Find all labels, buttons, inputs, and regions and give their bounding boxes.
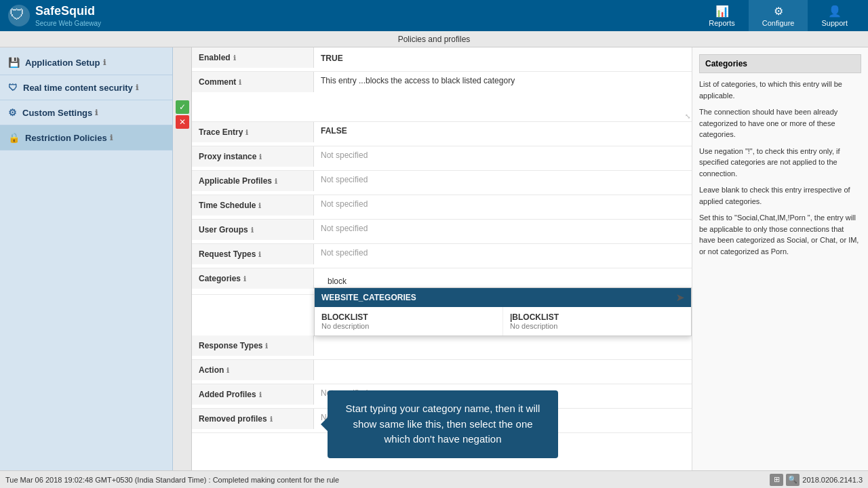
main-layout: 💾 Application Setup ℹ 🛡 Real time conten… — [0, 47, 868, 470]
sidebar: 💾 Application Setup ℹ 🛡 Real time conten… — [0, 47, 173, 470]
dropdown-item-1-rest: LIST — [541, 312, 559, 322]
nav-support-label: Support — [821, 19, 848, 27]
realtime-icon: 🛡 — [8, 82, 18, 93]
proxy-label: Proxy instance ℹ — [192, 146, 314, 167]
comment-row: Comment ℹ This entry ...blocks the acces… — [192, 72, 692, 122]
dropdown-item-1[interactable]: |BLOCKLIST No description — [503, 307, 691, 336]
dropdown-item-0-desc: No description — [321, 322, 496, 330]
proxy-value: Not specified — [314, 146, 692, 164]
tooltip-bubble: Start typing your category name, then it… — [328, 390, 558, 458]
sidebar-item-restriction[interactable]: 🔒 Restriction Policies ℹ — [0, 125, 172, 150]
added-profiles-label: Added Profiles ℹ — [192, 384, 314, 405]
comment-label: Comment ℹ — [192, 72, 314, 92]
enabled-label: Enabled ℹ — [192, 47, 314, 68]
sidebar-item-custom[interactable]: ⚙ Custom Settings ℹ — [0, 100, 172, 125]
groups-row: User Groups ℹ Not specified — [192, 220, 692, 244]
enabled-value: TRUE — [314, 47, 692, 67]
svg-text:🛡: 🛡 — [9, 6, 24, 23]
nav-reports[interactable]: 📊 Reports — [695, 0, 749, 31]
content-area: ✓ ✕ Enabled ℹ TRUE Co — [173, 47, 868, 470]
dropdown-highlighted-item[interactable]: WEBSITE_CATEGORIES ➤ — [315, 288, 691, 307]
logo-area: 🛡 SafeSquid Secure Web Gateway — [7, 3, 101, 28]
logo-title: SafeSquid — [35, 4, 101, 18]
dropdown-item-0[interactable]: BLOCKLIST No description — [315, 307, 503, 336]
response-types-row: Response Types ℹ — [192, 336, 692, 360]
groups-value: Not specified — [314, 220, 692, 237]
status-icon-1[interactable]: ⊞ — [770, 474, 783, 486]
right-panel-p3: Leave blank to check this entry irrespec… — [699, 184, 861, 207]
comment-textarea[interactable]: This entry ...blocks the access to black… — [321, 76, 685, 110]
applicable-profiles-label: Applicable Profiles ℹ — [192, 171, 314, 191]
right-panel-p1: The connection should have been already … — [699, 106, 861, 140]
dropdown-item-1-name: |BLOCKLIST — [510, 312, 684, 322]
trace-label: Trace Entry ℹ — [192, 122, 314, 142]
sidebar-item-realtime[interactable]: 🛡 Real time content security ℹ — [0, 75, 172, 100]
groups-label: User Groups ℹ — [192, 220, 314, 240]
action-info-icon: ℹ — [226, 367, 229, 374]
version-text: 2018.0206.2141.3 — [802, 476, 863, 484]
categories-value: block WEBSITE_CATEGORIES ➤ B — [314, 268, 692, 294]
added-profiles-info-icon: ℹ — [259, 391, 262, 399]
groups-info-icon: ℹ — [251, 226, 254, 234]
enabled-row: Enabled ℹ TRUE — [192, 47, 692, 72]
removed-profiles-label: Removed profiles ℹ — [192, 409, 314, 429]
category-dropdown[interactable]: WEBSITE_CATEGORIES ➤ BLOCKLIST No descri… — [314, 287, 692, 336]
action-row: Action ℹ — [192, 360, 692, 384]
header: 🛡 SafeSquid Secure Web Gateway 📊 Reports… — [0, 0, 868, 31]
sidebar-item-app-setup[interactable]: 💾 Application Setup ℹ — [0, 50, 172, 75]
breadcrumb-text: Policies and profiles — [398, 35, 471, 44]
logo-text-area: SafeSquid Secure Web Gateway — [35, 4, 101, 27]
trace-value: FALSE — [314, 122, 692, 140]
enabled-indicator[interactable]: ✓ — [176, 100, 189, 114]
sidebar-item-restriction-label: Restriction Policies — [25, 133, 107, 143]
categories-row: Categories ℹ block WEBSITE_CATEGORIES ➤ — [192, 268, 692, 295]
restriction-info-icon: ℹ — [110, 134, 113, 142]
comment-info-icon: ℹ — [239, 79, 241, 86]
right-panel: Categories List of categories, to which … — [692, 47, 868, 470]
action-label: Action ℹ — [192, 360, 314, 380]
schedule-row: Time Schedule ℹ Not specified — [192, 195, 692, 220]
nav-configure-label: Configure — [762, 19, 795, 27]
request-types-row: Request Types ℹ Not specified — [192, 244, 692, 268]
dropdown-item-0-name: BLOCKLIST — [321, 312, 496, 322]
app-setup-info-icon: ℹ — [103, 58, 106, 67]
request-types-info-icon: ℹ — [258, 251, 261, 258]
form-panel: Enabled ℹ TRUE Comment ℹ This entry ...b… — [192, 47, 692, 470]
disabled-indicator[interactable]: ✕ — [176, 115, 189, 129]
schedule-info-icon: ℹ — [258, 202, 261, 209]
nav-support[interactable]: 👤 Support — [808, 0, 861, 31]
logo-subtitle: Secure Web Gateway — [35, 20, 101, 27]
trace-row: Trace Entry ℹ FALSE — [192, 122, 692, 146]
right-panel-p4: Set this to "Social,Chat,IM,!Porn ", the… — [699, 212, 861, 257]
dropdown-item-1-bold: BLOCK — [512, 312, 541, 322]
support-icon: 👤 — [828, 5, 842, 18]
proxy-info-icon: ℹ — [259, 153, 262, 161]
applicable-profiles-value: Not specified — [314, 171, 692, 188]
response-types-value — [314, 336, 692, 353]
dropdown-items: BLOCKLIST No description |BLOCKLIST No d… — [315, 307, 691, 336]
categories-info-icon: ℹ — [243, 275, 246, 283]
dropdown-item-1-desc: No description — [510, 322, 684, 330]
comment-value: This entry ...blocks the access to black… — [314, 72, 692, 121]
schedule-label: Time Schedule ℹ — [192, 195, 314, 216]
right-panel-p0: List of categories, to which this entry … — [699, 79, 861, 101]
resize-handle: ⤡ — [685, 113, 690, 120]
dropdown-highlighted-text: WEBSITE_CATEGORIES — [321, 293, 416, 302]
logo-icon: 🛡 — [7, 3, 31, 28]
send-icon: ➤ — [676, 292, 684, 303]
app-setup-icon: 💾 — [8, 57, 20, 68]
status-icon-2[interactable]: 🔍 — [786, 474, 800, 486]
sidebar-item-app-setup-label: Application Setup — [25, 58, 100, 68]
applicable-profiles-row: Applicable Profiles ℹ Not specified — [192, 171, 692, 195]
right-panel-p2: Use negation "!", to check this entry on… — [699, 146, 861, 180]
reports-icon: 📊 — [715, 5, 729, 18]
version-area: ⊞ 🔍 2018.0206.2141.3 — [770, 474, 863, 486]
breadcrumb: Policies and profiles — [0, 31, 868, 47]
categories-label: Categories ℹ — [192, 268, 314, 289]
nav-configure[interactable]: ⚙ Configure — [749, 0, 808, 31]
status-text: Tue Mar 06 2018 19:02:48 GMT+0530 (India… — [5, 476, 339, 484]
enabled-info-icon: ℹ — [233, 54, 236, 62]
restriction-icon: 🔒 — [8, 132, 20, 143]
applicable-profiles-info-icon: ℹ — [275, 178, 277, 185]
configure-icon: ⚙ — [774, 5, 783, 18]
